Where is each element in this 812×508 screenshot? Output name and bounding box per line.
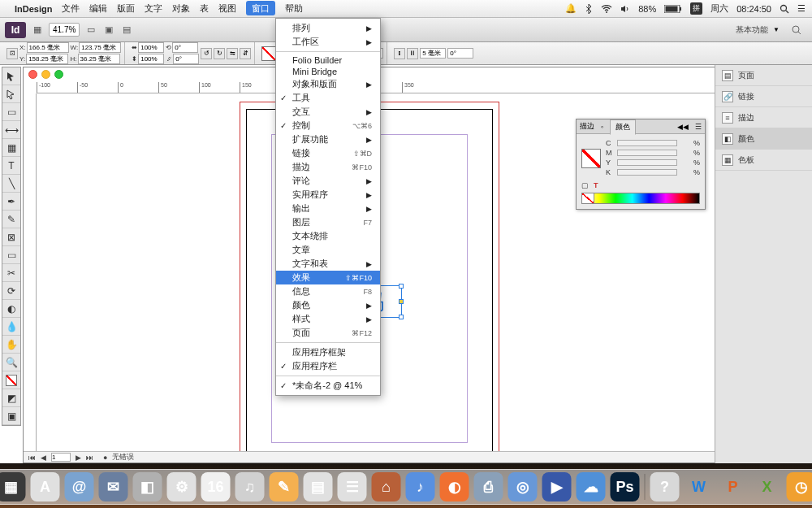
battery-icon[interactable] — [664, 5, 682, 13]
menuitem-颜色[interactable]: 颜色▶ — [276, 298, 380, 312]
dock-app-22[interactable]: W — [685, 472, 714, 501]
menuitem-图层[interactable]: 图层F7 — [276, 215, 380, 229]
panel-tab-色板[interactable]: ▦色板 — [715, 150, 812, 171]
menuitem-输出[interactable]: 输出▶ — [276, 202, 380, 215]
scale-y-field[interactable] — [138, 54, 164, 64]
flip-v-icon[interactable]: ⇵ — [240, 48, 251, 59]
chevron-down-icon[interactable]: ▼ — [773, 26, 780, 33]
menu-窗口[interactable]: 窗口 — [246, 1, 275, 15]
notif-icon[interactable]: 🔔 — [565, 3, 577, 14]
panel-prev-icon[interactable]: ◀◀ — [677, 123, 689, 131]
w-field[interactable] — [79, 42, 121, 53]
dock-app-8[interactable]: 16 — [201, 472, 231, 501]
panel-tab-描边[interactable]: ≡描边 — [715, 107, 812, 128]
first-page-icon[interactable]: ⏮ — [28, 454, 36, 462]
fill-swatch[interactable] — [261, 46, 276, 61]
panel-menu-icon[interactable]: ☰ — [695, 123, 702, 131]
tab-color[interactable]: 颜色 — [610, 119, 636, 135]
bluetooth-icon[interactable] — [585, 3, 593, 15]
rotate-cw-icon[interactable]: ↻ — [214, 48, 225, 59]
dock-app-24[interactable]: X — [753, 472, 782, 501]
channel-Y[interactable]: Y% — [606, 158, 700, 167]
panel-tab-页面[interactable]: ▤页面 — [715, 65, 812, 86]
menuitem-链接[interactable]: 链接⇧⌘D — [276, 146, 380, 160]
menu-文字[interactable]: 文字 — [145, 3, 162, 13]
menuitem-交互[interactable]: 交互▶ — [276, 105, 380, 119]
last-page-icon[interactable]: ⏭ — [86, 454, 93, 462]
dock-app-14[interactable]: ♪ — [406, 472, 435, 501]
dock-app-16[interactable]: ⎙ — [474, 472, 503, 501]
rotate-field[interactable] — [172, 42, 198, 53]
dock-app-7[interactable]: ⚙ — [167, 472, 197, 501]
menuitem-描边[interactable]: 描边⌘F10 — [276, 160, 380, 174]
menuitem-文本绕排[interactable]: 文本绕排 — [276, 229, 380, 243]
dock-app-21[interactable]: ? — [650, 472, 680, 501]
menuitem-扩展功能[interactable]: 扩展功能▶ — [276, 132, 380, 146]
prev-page-icon[interactable]: ◀ — [41, 454, 46, 462]
channel-M[interactable]: M% — [606, 149, 700, 157]
dock-app-10[interactable]: ✎ — [270, 472, 299, 501]
ref-point-icon[interactable]: ⊡ — [6, 48, 18, 59]
menuitem-对象和版面[interactable]: 对象和版面▶ — [276, 77, 380, 91]
bridge-icon[interactable]: ▦ — [31, 24, 44, 37]
dock-app-17[interactable]: ◎ — [508, 472, 538, 501]
zoom-window[interactable] — [54, 70, 63, 79]
search-icon[interactable] — [791, 24, 807, 36]
dock-app-23[interactable]: P — [719, 472, 748, 501]
menuitem-信息[interactable]: 信息F8 — [276, 284, 380, 298]
menuitem-文字和表[interactable]: 文字和表▶ — [276, 257, 380, 271]
color-panel[interactable]: 描边 ◦ 颜色 ◀◀ ☰ C%M%Y%K% ▢ T — [576, 119, 706, 210]
flip-h-icon[interactable]: ⇋ — [227, 48, 238, 59]
tab-stroke[interactable]: 描边 — [580, 121, 594, 132]
menu-编辑[interactable]: 编辑 — [89, 3, 107, 13]
scale-x-field[interactable] — [138, 42, 164, 53]
menuitem-工具[interactable]: ✓工具 — [276, 91, 380, 105]
handle[interactable] — [399, 284, 404, 289]
dock-app-2[interactable]: ▦ — [0, 472, 26, 501]
minimise-window[interactable] — [41, 70, 50, 79]
dock-app-12[interactable]: ☰ — [338, 472, 367, 501]
dock-app-25[interactable]: ◷ — [787, 472, 813, 501]
channel-C[interactable]: C% — [606, 139, 700, 147]
menuitem-实用程序[interactable]: 实用程序▶ — [276, 188, 380, 202]
close-window[interactable] — [28, 70, 37, 79]
menuitem-样式[interactable]: 样式▶ — [276, 312, 380, 326]
panel-tab-链接[interactable]: 🔗链接 — [715, 86, 812, 107]
spotlight-icon[interactable] — [780, 4, 789, 14]
menuitem-Folio Builder[interactable]: Folio Builder — [276, 54, 380, 66]
gap-field[interactable] — [420, 48, 446, 59]
align-icon[interactable]: ⫿ — [394, 48, 405, 59]
menu-版面[interactable]: 版面 — [117, 3, 135, 13]
view-mode-icon[interactable]: ▭ — [84, 24, 97, 37]
volume-icon[interactable] — [620, 5, 630, 13]
handle[interactable] — [399, 315, 404, 319]
workspace-switcher[interactable]: 基本功能 — [736, 24, 768, 36]
dock-app-3[interactable]: A — [31, 472, 60, 501]
menuitem-Mini Bridge[interactable]: Mini Bridge — [276, 66, 380, 77]
dock-app-19[interactable]: ☁ — [577, 472, 606, 501]
menuitem-应用程序栏[interactable]: ✓应用程序栏 — [276, 359, 380, 373]
menuitem-应用程序框架[interactable]: 应用程序框架 — [276, 345, 380, 359]
menu-帮助[interactable]: 帮助 — [285, 3, 303, 13]
app-name[interactable]: InDesign — [15, 4, 52, 14]
menuitem-效果[interactable]: 效果⇧⌘F10 — [276, 271, 380, 284]
dock-app-20[interactable]: Ps — [611, 472, 640, 501]
menu-表[interactable]: 表 — [200, 3, 209, 13]
menuitem-文章[interactable]: 文章 — [276, 243, 380, 257]
shear-field[interactable] — [173, 54, 199, 64]
ime-indicator[interactable]: 拼 — [690, 2, 702, 15]
dock-app-9[interactable]: ♫ — [235, 472, 265, 501]
container-icon[interactable]: ▢ — [581, 181, 589, 189]
zoom-field[interactable]: 41.7% — [49, 23, 80, 37]
dock-app-6[interactable]: ◧ — [133, 472, 162, 501]
menuitem-控制[interactable]: ✓控制⌥⌘6 — [276, 119, 380, 132]
dock-app-11[interactable]: ▤ — [304, 472, 333, 501]
fill-stroke-proxy[interactable] — [581, 149, 601, 168]
screen-mode-icon[interactable]: ▣ — [102, 24, 115, 37]
menuitem-排列[interactable]: 排列▶ — [276, 21, 380, 35]
wifi-icon[interactable] — [601, 5, 612, 13]
rot2-field[interactable] — [447, 48, 473, 59]
rotate-ccw-icon[interactable]: ↺ — [201, 48, 212, 59]
arrange-icon[interactable]: ▤ — [120, 24, 133, 37]
menuitem-*未命名-2 @ 41%[interactable]: ✓*未命名-2 @ 41% — [276, 379, 380, 393]
